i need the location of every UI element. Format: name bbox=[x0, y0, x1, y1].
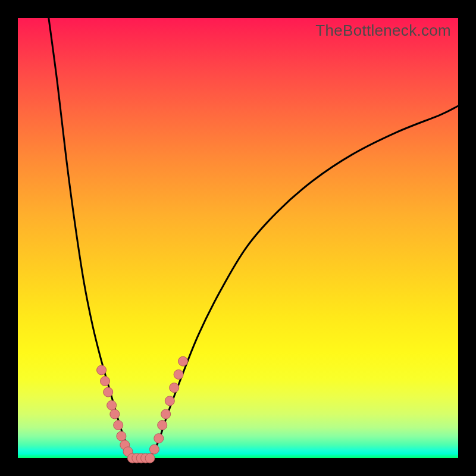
data-marker bbox=[165, 396, 174, 406]
chart-frame: TheBottleneck.com bbox=[0, 0, 476, 476]
chart-svg bbox=[18, 18, 458, 458]
data-marker bbox=[114, 421, 123, 430]
data-marker bbox=[154, 434, 164, 443]
marker-layer bbox=[97, 356, 188, 463]
data-marker bbox=[107, 400, 117, 410]
data-marker bbox=[174, 369, 183, 379]
data-marker bbox=[104, 387, 113, 397]
data-marker bbox=[158, 421, 167, 430]
data-marker bbox=[161, 409, 171, 419]
data-marker bbox=[110, 409, 120, 419]
data-marker bbox=[170, 383, 179, 393]
data-marker bbox=[97, 365, 107, 375]
data-marker bbox=[117, 431, 126, 441]
data-marker bbox=[101, 377, 110, 386]
chart-plot-area: TheBottleneck.com bbox=[18, 18, 458, 458]
data-marker bbox=[145, 453, 155, 463]
data-marker bbox=[178, 356, 188, 366]
data-marker bbox=[149, 444, 159, 454]
